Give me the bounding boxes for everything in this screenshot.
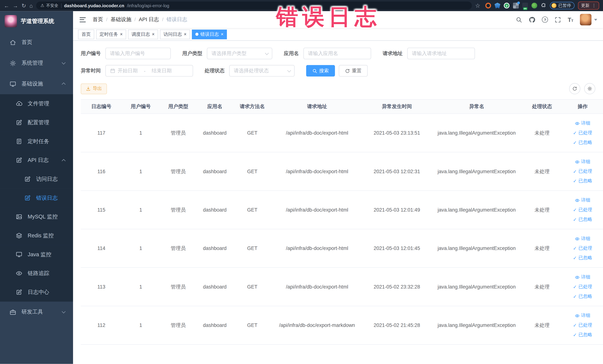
tab-错误日志[interactable]: 错误日志× [192, 29, 227, 39]
tags-view: 首页定时任务×调度日志×访问日志×错误日志× [73, 28, 603, 41]
check-icon: ✓ [573, 284, 577, 289]
action-详细[interactable]: 详细 [565, 195, 601, 205]
user-id-input[interactable]: 请输入用户编号 [105, 48, 171, 59]
close-icon[interactable]: × [120, 32, 123, 36]
action-已忽略[interactable]: ✓已忽略 [565, 253, 601, 263]
action-详细[interactable]: 详细 [565, 234, 601, 244]
fullscreen-icon[interactable] [555, 16, 561, 23]
user-type-select[interactable]: 请选择用户类型 [207, 48, 272, 59]
breadcrumb-item[interactable]: 基础设施 [110, 16, 131, 23]
tab-定时任务[interactable]: 定时任务× [96, 29, 126, 39]
sidebar-item-label: Java 监控 [28, 251, 51, 258]
date-range-picker[interactable]: 开始日期 - 结束日期 [105, 65, 193, 77]
bookmark-star-icon[interactable]: ☆ [475, 3, 480, 9]
action-已忽略[interactable]: ✓已忽略 [565, 176, 601, 186]
check-icon: ✓ [573, 130, 577, 135]
action-已忽略[interactable]: ✓已忽略 [565, 330, 601, 340]
action-已忽略[interactable]: ✓已忽略 [565, 292, 601, 301]
paused-badge[interactable]: 已暂停 [550, 2, 575, 9]
action-详细[interactable]: 详细 [565, 311, 601, 320]
breadcrumb-item[interactable]: 首页 [93, 16, 103, 23]
extension-grid-icon[interactable] [513, 3, 519, 9]
refresh-table-button[interactable] [569, 83, 580, 94]
sidebar-item-配置管理[interactable]: 配置管理 [0, 113, 73, 132]
user-menu[interactable] [580, 14, 597, 25]
table-cell: /api/infra/db-doc/export-html [272, 229, 362, 267]
extension-shield-icon[interactable] [495, 3, 500, 9]
request-url-input[interactable]: 请输入请求地址 [407, 48, 475, 59]
breadcrumb-item[interactable]: API 日志 [139, 16, 159, 23]
font-size-icon[interactable]: TT [568, 16, 573, 23]
security-warning[interactable]: ⚠ 不安全 [40, 3, 58, 8]
help-icon[interactable]: ? [542, 16, 548, 23]
address-bar[interactable]: ⚠ 不安全 dashboard.yudao.iocoder.cn/infra/l… [36, 1, 472, 10]
sidebar-item-系统管理[interactable]: 系统管理 [0, 53, 73, 73]
browser-update-button[interactable]: 更新 ⋮ [578, 1, 599, 10]
process-status-select[interactable]: 请选择处理状态 [229, 65, 295, 77]
action-详细[interactable]: 详细 [565, 272, 601, 282]
sidebar-item-研发工具[interactable]: 研发工具 [0, 302, 73, 322]
eye-icon [575, 236, 580, 241]
browser-back-icon[interactable]: ← [4, 3, 9, 8]
close-icon[interactable]: × [221, 32, 223, 36]
table-cell: 未处理 [522, 306, 562, 344]
sidebar-item-Redis-监控[interactable]: Redis 监控 [0, 226, 73, 245]
table-cell: java.lang.IllegalArgumentException [431, 191, 522, 229]
action-已忽略[interactable]: ✓已忽略 [565, 138, 601, 147]
sidebar-item-MySQL-监控[interactable]: MySQL 监控 [0, 207, 73, 226]
browser-home-icon[interactable]: ⌂ [29, 3, 33, 8]
export-label: 导出 [93, 85, 102, 92]
table-cell: 未处理 [522, 152, 562, 191]
tab-首页[interactable]: 首页 [78, 29, 94, 39]
sidebar-item-错误日志[interactable]: 错误日志 [0, 188, 73, 208]
browser-menu-icon[interactable]: ⋮ [592, 3, 596, 8]
action-已处理[interactable]: ✓已处理 [565, 282, 601, 292]
tab-访问日志[interactable]: 访问日志× [160, 29, 190, 39]
browser-reload-icon[interactable]: ↻ [22, 3, 26, 8]
action-详细[interactable]: 详细 [565, 118, 601, 128]
extension-switch-icon[interactable]: on [522, 3, 528, 9]
github-icon[interactable] [529, 16, 535, 23]
action-详细[interactable]: 详细 [565, 157, 601, 166]
extension-green-icon[interactable]: y [504, 3, 510, 9]
sidebar-item-首页[interactable]: 首页 [0, 32, 73, 53]
table-header-row: 日志编号用户编号用户类型应用名请求方法名请求地址异常发生时间异常名处理状态操作 [81, 99, 603, 114]
column-header: 用户编号 [122, 99, 160, 114]
close-icon[interactable]: × [152, 32, 155, 36]
column-settings-button[interactable] [584, 83, 595, 94]
action-已处理[interactable]: ✓已处理 [565, 128, 601, 138]
sidebar-item-API-日志[interactable]: API 日志 [0, 151, 73, 170]
sidebar-item-基础设施[interactable]: 基础设施 [0, 73, 73, 94]
extension-plant-icon[interactable] [532, 3, 537, 9]
extension-orange-icon[interactable] [485, 3, 491, 9]
sidebar-item-Java-监控[interactable]: Java 监控 [0, 245, 73, 264]
close-icon[interactable]: × [184, 32, 187, 36]
tab-调度日志[interactable]: 调度日志× [128, 29, 158, 39]
reset-button[interactable]: 重置 [339, 65, 368, 77]
action-已处理[interactable]: ✓已处理 [565, 205, 601, 215]
sidebar-item-访问日志[interactable]: 访问日志 [0, 170, 73, 188]
sidebar-item-文件管理[interactable]: 文件管理 [0, 94, 73, 113]
export-button[interactable]: 导出 [81, 83, 107, 94]
sidebar-logo-row[interactable]: 芋道管理系统 [0, 11, 73, 31]
filter-exception-time: 异常时间 开始日期 - 结束日期 [81, 65, 193, 77]
search-icon[interactable] [516, 16, 522, 23]
extensions-puzzle-icon[interactable] [541, 3, 546, 9]
sidebar-item-日志中心[interactable]: 日志中心 [0, 283, 73, 302]
download-icon [86, 86, 91, 91]
sidebar-item-定时任务[interactable]: 定时任务 [0, 132, 73, 151]
gear-icon [587, 86, 592, 91]
sidebar-item-链路追踪[interactable]: 链路追踪 [0, 264, 73, 283]
collapse-menu-icon[interactable] [79, 16, 86, 24]
action-已处理[interactable]: ✓已处理 [565, 244, 601, 253]
app-name-input[interactable]: 请输入应用名 [303, 48, 371, 59]
action-已处理[interactable]: ✓已处理 [565, 166, 601, 176]
main-area: 首页/基础设施/API 日志/错误日志 ? TT 首页定时任务×调度日志×访问日… [73, 11, 603, 364]
calendar-icon [110, 68, 115, 73]
search-button[interactable]: 搜索 [306, 65, 335, 77]
action-已处理[interactable]: ✓已处理 [565, 320, 601, 330]
breadcrumb-item: 错误日志 [166, 16, 187, 23]
action-已忽略[interactable]: ✓已忽略 [565, 215, 601, 224]
browser-forward-icon[interactable]: → [13, 3, 18, 8]
table-cell: 2021-05-03 12:01:49 [362, 191, 431, 229]
